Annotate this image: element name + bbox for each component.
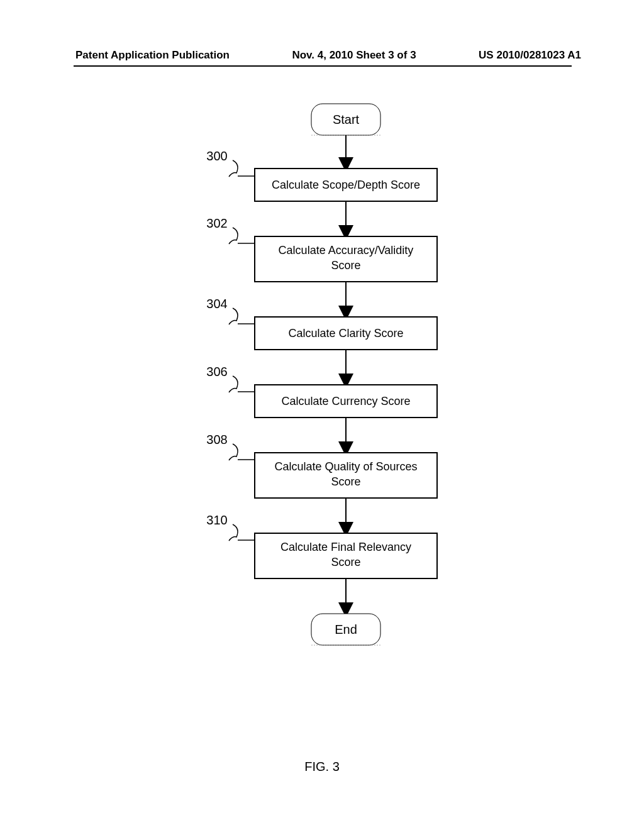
ref-310: 310 [206,513,255,541]
step-304-text: Calculate Clarity Score [288,327,403,340]
ref-306-label: 306 [206,365,227,379]
ref-310-label: 310 [206,513,227,527]
step-300-text: Calculate Scope/Depth Score [272,179,420,191]
flowchart: Start Calculate Scope/Depth Score 300 Ca… [0,88,644,748]
step-300: Calculate Scope/Depth Score [255,169,437,201]
ref-302: 302 [206,216,255,244]
start-label: Start [333,113,360,126]
ref-304: 304 [206,297,255,324]
step-310: Calculate Final Relevancy Score [255,533,437,578]
figure-label: FIG. 3 [0,760,644,774]
start-node: Start [311,104,380,135]
step-302-line1: Calculate Accuracy/Validity [279,244,414,257]
header-rule [74,65,572,67]
ref-308: 308 [206,433,255,460]
step-310-line1: Calculate Final Relevancy [280,541,411,553]
ref-308-label: 308 [206,433,227,446]
step-308: Calculate Quality of Sources Score [255,453,437,498]
step-308-line2: Score [331,475,360,488]
end-node: End [311,614,380,645]
ref-304-label: 304 [206,297,227,311]
header-center: Nov. 4, 2010 Sheet 3 of 3 [292,49,416,62]
ref-300: 300 [206,149,255,177]
step-302-line2: Score [331,259,360,272]
ref-300-label: 300 [206,149,227,163]
step-310-line2: Score [331,556,360,568]
ref-302-label: 302 [206,216,227,230]
page: Patent Application Publication Nov. 4, 2… [0,0,644,830]
step-304: Calculate Clarity Score [255,317,437,350]
step-306-text: Calculate Currency Score [281,395,410,407]
ref-306: 306 [206,365,255,392]
header-left: Patent Application Publication [75,49,230,62]
step-306: Calculate Currency Score [255,385,437,418]
end-label: End [335,622,357,636]
step-302: Calculate Accuracy/Validity Score [255,236,437,282]
step-308-line1: Calculate Quality of Sources [274,460,417,473]
header-right: US 2010/0281023 A1 [479,49,581,62]
